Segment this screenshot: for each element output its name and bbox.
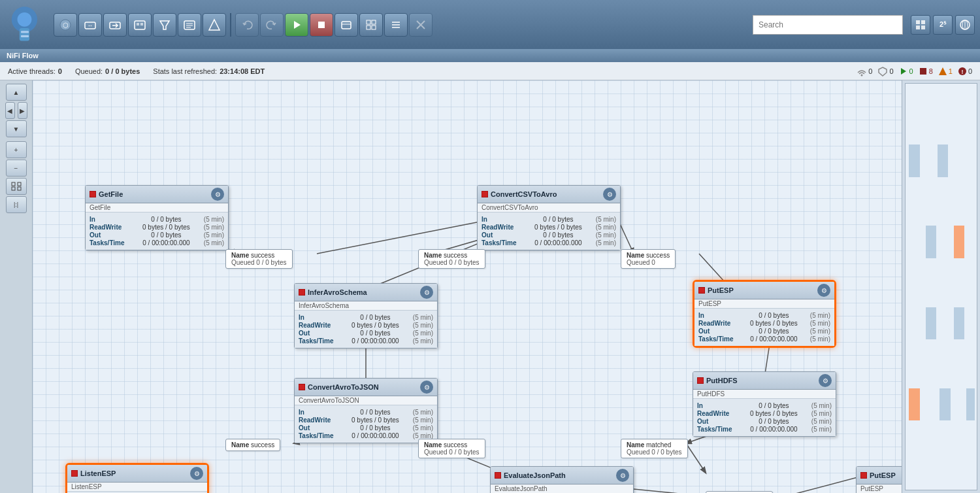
stopped-indicator: [698, 287, 705, 294]
refresh-btn[interactable]: [335, 13, 358, 37]
proc-config-btn[interactable]: ⚙: [819, 374, 832, 387]
stopped-indicator: [860, 472, 867, 479]
add-processor-btn[interactable]: ⬡: [54, 13, 77, 37]
add-output-btn[interactable]: [103, 13, 127, 37]
minimap-canvas[interactable]: [905, 83, 977, 490]
add-input-btn[interactable]: ↔: [78, 13, 102, 37]
proc-config-btn[interactable]: ⚙: [190, 467, 203, 480]
add-template-btn[interactable]: [203, 13, 226, 37]
proc-config-btn[interactable]: ⚙: [420, 286, 433, 299]
nav-down-btn[interactable]: ▼: [6, 120, 27, 137]
proc-title: PutESP: [708, 286, 815, 294]
proc-subtitle: EvaluateJsonPath: [491, 484, 633, 493]
grid-view-btn[interactable]: [911, 15, 930, 35]
connection-label-2[interactable]: Name success Queued 0 / 0 bytes: [418, 249, 485, 269]
svg-rect-48: [18, 187, 21, 190]
svg-rect-35: [921, 26, 925, 29]
nav-right-btn[interactable]: ▶: [18, 102, 27, 119]
grid-btn[interactable]: [359, 13, 383, 37]
add-remote-btn[interactable]: [128, 13, 152, 37]
redo-btn[interactable]: [260, 13, 284, 37]
proc-title: PutESP: [870, 471, 902, 479]
undo-btn[interactable]: [235, 13, 259, 37]
proc-title: ConvertCSVToAvro: [491, 190, 600, 198]
minimap: [902, 80, 980, 493]
stopped-indicator: [90, 191, 96, 197]
search-input[interactable]: [759, 20, 897, 29]
puthdfs-processor[interactable]: PutHDFS ⚙ PutHDFS In0 / 0 bytes(5 min) R…: [693, 371, 836, 437]
proc-config-btn[interactable]: ⚙: [817, 284, 830, 297]
add-label-btn[interactable]: [178, 13, 201, 37]
svg-line-60: [686, 443, 706, 473]
search-box[interactable]: [753, 15, 903, 35]
stopped-indicator: [299, 384, 305, 390]
convertavrojson-processor[interactable]: ConvertAvroToJSON ⚙ ConvertAvroToJSON In…: [294, 378, 438, 443]
inferavro-processor[interactable]: InferAvroSchema ⚙ InferAvroSchema In0 / …: [294, 283, 438, 348]
stop-count: 8: [929, 67, 933, 75]
toolbar-right: 2⁵: [911, 15, 975, 35]
proc-config-btn[interactable]: ⚙: [616, 469, 629, 482]
proc-title: PutHDFS: [706, 377, 816, 384]
nav-up-btn[interactable]: ▲: [6, 84, 27, 101]
svg-marker-40: [901, 68, 906, 75]
wifi-count: 0: [868, 67, 872, 75]
listenesp-processor[interactable]: ListenESP ⚙ ListenESP In0 / 0 bytes(5 mi…: [65, 463, 209, 493]
svg-point-1: [18, 12, 32, 26]
proc-subtitle: PutESP: [694, 299, 834, 309]
active-threads-item: Active threads: 0: [8, 67, 62, 75]
putesp-top-processor[interactable]: PutESP ⚙ PutESP In0 / 0 bytes(5 min) Rea…: [693, 280, 836, 348]
convertcsv-processor[interactable]: ConvertCSVToAvro ⚙ ConvertCSVToAvro In0 …: [477, 185, 621, 250]
nav-left-btn[interactable]: ◀: [5, 102, 15, 119]
svg-rect-41: [920, 68, 926, 75]
stopped-status: 8: [919, 67, 933, 76]
evaluatejson-processor[interactable]: EvaluateJsonPath ⚙ EvaluateJsonPath In0 …: [490, 466, 634, 493]
stats-item: Stats last refreshed: 23:14:08 EDT: [153, 67, 265, 75]
start-btn[interactable]: [285, 13, 308, 37]
wifi-status: 0: [857, 66, 872, 76]
toolbar-group-1: ⬡ ↔: [54, 13, 226, 37]
putesp-bottom-processor[interactable]: PutESP ⚙ PutESP In0 / 0 bytes(5 min) Rea…: [856, 466, 902, 493]
stats-label: Stats last refreshed:: [153, 67, 217, 75]
user-btn[interactable]: 2⁵: [933, 15, 953, 35]
proc-config-btn[interactable]: ⚙: [603, 188, 616, 201]
actual-size-btn[interactable]: |:|: [6, 196, 27, 213]
connection-label-4[interactable]: Name success: [225, 439, 280, 451]
svg-rect-24: [372, 20, 376, 24]
svg-text:⬡: ⬡: [63, 22, 69, 29]
delete-btn[interactable]: [409, 13, 433, 37]
svg-rect-25: [367, 26, 370, 29]
connection-label-6[interactable]: Name matched Queued 0 / 0 bytes: [621, 439, 688, 458]
nifi-logo: [5, 5, 44, 44]
svg-rect-32: [916, 20, 920, 24]
svg-rect-10: [135, 21, 145, 29]
svg-rect-33: [921, 20, 925, 24]
main-toolbar: ⬡ ↔: [0, 0, 980, 49]
zoom-in-btn[interactable]: +: [6, 141, 27, 158]
active-threads-value: 0: [58, 67, 62, 75]
align-btn[interactable]: [384, 13, 408, 37]
proc-title: InferAvroSchema: [308, 288, 417, 296]
proc-config-btn[interactable]: ⚙: [420, 381, 433, 394]
global-menu-btn[interactable]: [955, 15, 975, 35]
warning-status: 1: [938, 67, 953, 76]
connection-label-5[interactable]: Name success Queued 0 / 0 bytes: [418, 439, 485, 458]
svg-rect-21: [342, 22, 351, 29]
shield-status: 0: [877, 66, 893, 76]
connection-label-3[interactable]: Name success Queued 0: [621, 249, 676, 269]
getfile-processor[interactable]: GetFile ⚙ GetFile In0 / 0 bytes(5 min) R…: [85, 185, 229, 250]
queued-label: Queued:: [75, 67, 103, 75]
svg-rect-47: [12, 187, 15, 190]
queued-item: Queued: 0 / 0 bytes: [75, 67, 140, 75]
canvas[interactable]: GetFile ⚙ GetFile In0 / 0 bytes(5 min) R…: [33, 80, 902, 493]
add-funnel-btn[interactable]: [153, 13, 176, 37]
warning-count: 1: [949, 67, 953, 75]
proc-config-btn[interactable]: ⚙: [211, 188, 224, 201]
left-nav-panel: ▲ ◀ ▶ ▼ + − |:|: [0, 80, 33, 493]
fit-btn[interactable]: [6, 178, 27, 195]
connection-label-1[interactable]: Name success Queued 0 / 0 bytes: [225, 249, 293, 269]
stop-btn[interactable]: [310, 13, 333, 37]
play-count: 0: [909, 67, 913, 75]
proc-subtitle: GetFile: [86, 203, 228, 212]
zoom-out-btn[interactable]: −: [6, 160, 27, 177]
proc-subtitle: ListenESP: [67, 483, 207, 492]
